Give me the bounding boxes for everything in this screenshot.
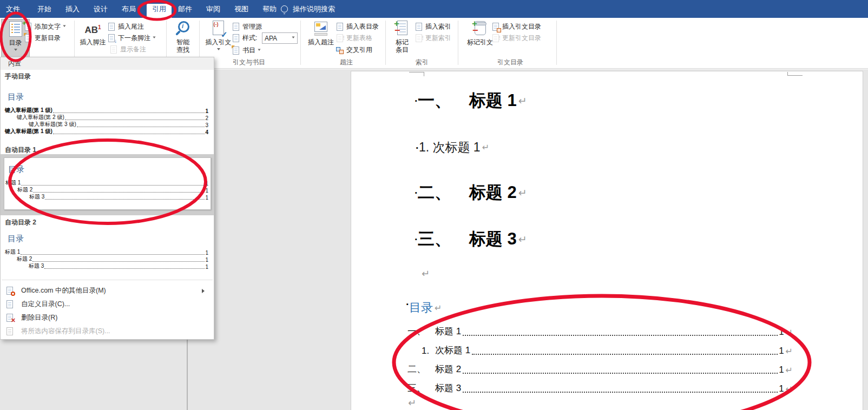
tab-mailings[interactable]: 邮件 [174,0,196,18]
gallery-item-auto-toc-1[interactable]: 目录 标题 1 1 标题 2 1 标题 3 1 [4,157,211,210]
update-toa-label: 更新引文目录 [502,34,541,43]
dot-leader [53,113,205,113]
insert-caption-button[interactable]: 插入题注 [305,19,337,58]
tab-references[interactable]: 引用 [148,0,170,18]
menu-item-custom-toc[interactable]: 自定义目录(C)... [1,297,213,311]
office-com-icon [5,287,14,295]
insert-table-of-figures-label: 插入表目录 [346,22,379,31]
toc-row-title: 标题 3 [435,382,461,394]
citation-style-value: APA [265,35,277,42]
menu-item-more-tocs-office-com[interactable]: Office.com 中的其他目录(M) [1,284,213,297]
add-text-label: 添加文字 [35,22,61,31]
insert-toa-button[interactable]: 插入引文目录 [491,22,541,32]
smart-lookup-label-1: 智能 [176,38,189,46]
heading-2[interactable]: ▪ 二、 标题 2 ↵ [415,181,527,204]
chevron-down-icon [14,49,17,52]
preview-entry: 标题 1 [5,248,20,256]
show-notes-button: 显示备注 [109,44,146,55]
insert-endnote-icon [107,23,116,31]
menu-item-label: 自定义目录(C)... [21,300,70,309]
tab-home[interactable]: 开始 [34,0,55,18]
manage-sources-button[interactable]: 管理源 [232,22,262,32]
preview-page: 1 [205,250,208,256]
add-text-button[interactable]: + 添加文字 [24,22,66,32]
smart-lookup-label-2: 查找 [176,46,189,54]
cross-reference-icon [336,46,344,55]
manage-sources-label: 管理源 [242,22,262,31]
insert-index-button[interactable]: 插入索引 [415,22,451,32]
document-page[interactable]: ▪ 一、 标题 1 ↵ ▪ 1. 次标题 1 ↵ ▪ 二、 标题 2 ↵ ▪ 三… [351,71,863,410]
toc-row[interactable]: 一、 标题 1 1 ↵ [407,325,793,338]
paragraph-mark: ↵ [435,303,442,313]
paragraph-mark: ↵ [786,365,793,375]
preview-page: 4 [205,129,208,135]
toc-row-page: 1 [779,327,784,338]
menu-item-label: Office.com 中的其他目录(M) [21,286,106,295]
toc-row-title: 标题 2 [435,363,461,375]
toc-row-number: 三、 [407,382,435,394]
manual-toc-preview: 键入章标题(第 1 级) 1 键入章标题(第 2 级) 2 键入章标题(第 3 … [5,107,208,135]
next-footnote-button[interactable]: ↓ 下一条脚注 [107,33,156,43]
auto-toc-1-label: 自动目录 1 [5,146,36,155]
heading-1-text: 标题 1 [469,89,517,112]
smart-lookup-button[interactable]: i 智能 查找 [169,19,196,58]
ab1-footnote-icon: AB1 [85,21,101,37]
tab-file[interactable]: 文件 [2,0,24,18]
toc-icon [8,21,24,38]
tab-layout[interactable]: 布局 [118,0,140,18]
tab-help[interactable]: 帮助 [259,0,280,18]
dot-leader [44,268,205,269]
insert-endnote-label: 插入尾注 [118,22,144,31]
update-toc-button[interactable]: 更新目录 [24,33,61,43]
menu-separator [2,280,213,280]
tab-insert[interactable]: 插入 [62,0,83,18]
mark-citation-icon: +− [472,21,488,37]
tab-view[interactable]: 视图 [231,0,252,18]
subheading-1[interactable]: ▪ 1. 次标题 1 ↵ [416,139,489,156]
add-text-icon: + [24,23,32,31]
group-divider [458,21,458,65]
dot-leader [463,373,778,374]
toc-row[interactable]: 二、 标题 2 1 ↵ [407,363,793,375]
insert-footnote-button[interactable]: AB1 插入脚注 [77,19,108,58]
group-divider [300,21,301,65]
bibliography-icon [232,47,240,55]
update-toc-label: 更新目录 [35,34,61,43]
subheading-1-text: 1. 次标题 1 [419,139,481,156]
margin-crop-mark-right [787,72,803,76]
menu-item-remove-toc[interactable]: ✕ 删除目录(R) [1,311,213,325]
toc-field-title[interactable]: ▪ 目录 ↵ [406,300,442,316]
outline-bullet: ▪ [415,189,417,196]
show-notes-label: 显示备注 [120,45,146,54]
insert-index-label: 插入索引 [425,22,451,31]
preview-page: 2 [205,115,208,121]
toc-row[interactable]: 1. 次标题 1 1 ↵ [407,344,793,356]
mark-entry-button[interactable]: +− 标记 条目 [390,19,415,58]
show-notes-icon [109,45,118,54]
smart-lookup-icon: i [175,21,191,37]
insert-endnote-button[interactable]: 插入尾注 [107,22,144,32]
heading-1[interactable]: ▪ 一、 标题 1 ↵ [415,89,527,112]
dot-leader [32,261,205,262]
margin-crop-mark-left [409,72,424,76]
manual-toc-label: 手动目录 [5,72,31,81]
chevron-down-icon [153,37,155,40]
preview-page: 3 [205,122,208,128]
citation-style-select[interactable]: APA [262,32,298,44]
dot-leader [21,254,205,255]
group-divider [556,21,557,65]
insert-citation-button[interactable]: (-)✓ 插入引文 [203,19,233,58]
manage-sources-icon [232,23,240,31]
heading-3[interactable]: ▪ 三、 标题 3 ↵ [415,228,527,250]
bibliography-button[interactable]: 书目 [232,45,261,56]
toc-row[interactable]: 三、 标题 3 1 ↵ [407,382,793,394]
insert-table-of-figures-button[interactable]: 插入表目录 [336,22,379,32]
bibliography-label: 书目 [242,46,255,55]
dot-leader [472,354,778,355]
cross-reference-button[interactable]: 交叉引用 [336,45,372,55]
preview-toc-heading: 目录 [8,234,24,244]
tab-review[interactable]: 审阅 [202,0,224,18]
heading-2-number: 二、 [418,181,451,204]
tab-design[interactable]: 设计 [90,0,111,18]
tell-me-search[interactable]: 操作说明搜索 [281,0,335,18]
